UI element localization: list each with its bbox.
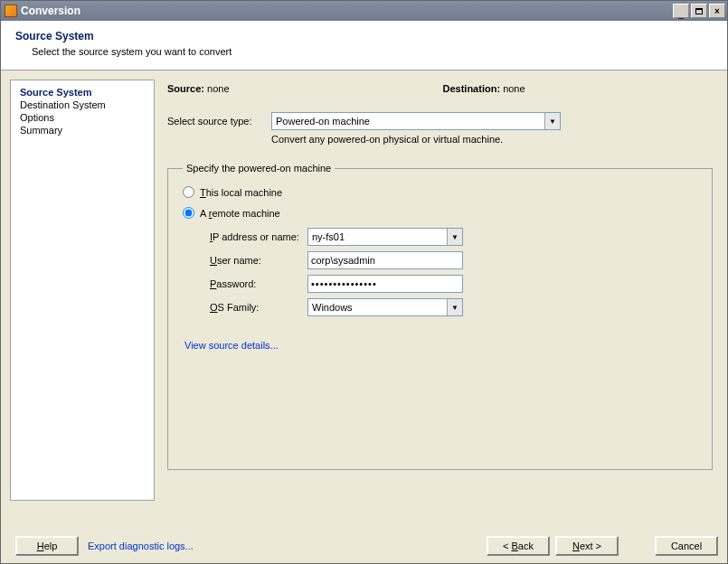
radio-local[interactable] — [183, 186, 194, 198]
page-subtitle: Select the source system you want to con… — [32, 46, 713, 57]
specify-machine-group: Specify the powered-on machine This loca… — [167, 163, 713, 470]
next-button[interactable]: Next > — [555, 536, 619, 556]
ip-input[interactable]: ny-fs01 ▼ — [307, 228, 463, 246]
username-input[interactable] — [307, 251, 463, 269]
password-input[interactable] — [307, 275, 463, 293]
radio-local-label: This local machine — [200, 187, 282, 198]
source-type-hint: Convert any powered-on physical or virtu… — [271, 134, 718, 145]
os-family-value: Windows — [308, 302, 447, 313]
close-icon: × — [714, 6, 720, 16]
radio-local-row[interactable]: This local machine — [183, 186, 697, 198]
close-button[interactable]: × — [709, 4, 725, 18]
export-logs-link[interactable]: Export diagnostic logs... — [88, 540, 194, 551]
source-type-dropdown[interactable]: Powered-on machine ▼ — [271, 112, 561, 130]
sidebar-item-summary[interactable]: Summary — [20, 124, 145, 136]
window-title: Conversion — [21, 5, 671, 17]
back-button[interactable]: < Back — [487, 536, 550, 556]
chevron-down-icon: ▼ — [447, 229, 462, 245]
radio-remote-label: A remote machine — [200, 208, 280, 219]
select-source-row: Select source type: Powered-on machine ▼ — [167, 112, 718, 130]
view-source-details-link[interactable]: View source details... — [184, 340, 279, 351]
page-title: Source System — [15, 30, 713, 42]
os-label: OS Family: — [210, 302, 307, 313]
radio-remote-row[interactable]: A remote machine A remote machine — [183, 207, 697, 219]
ip-row: IP address or name: IP address or name: … — [210, 228, 697, 246]
conversion-window: Conversion _ × Source System Select the … — [0, 0, 728, 564]
maximize-button[interactable] — [691, 4, 707, 18]
password-label: Password: — [210, 278, 307, 289]
main-panel: Source: none Destination: none Select so… — [155, 80, 718, 504]
username-row: User name: User name: — [210, 251, 697, 269]
minimize-icon: _ — [678, 9, 684, 19]
destination-value: none — [503, 83, 525, 94]
group-legend: Specify the powered-on machine — [183, 163, 335, 174]
destination-info: Destination: none — [443, 83, 719, 94]
ip-value: ny-fs01 — [308, 231, 447, 242]
source-type-value: Powered-on machine — [272, 116, 544, 127]
wizard-header: Source System Select the source system y… — [1, 21, 727, 70]
app-icon — [5, 5, 17, 17]
radio-remote[interactable] — [183, 207, 194, 219]
source-destination-row: Source: none Destination: none — [167, 83, 718, 94]
source-value: none — [207, 83, 229, 94]
minimize-button[interactable]: _ — [673, 4, 689, 18]
destination-label: Destination: — [443, 83, 501, 94]
chevron-down-icon: ▼ — [447, 299, 462, 315]
maximize-icon — [695, 8, 703, 14]
help-button[interactable]: Help — [15, 536, 79, 556]
sidebar-item-source-system[interactable]: Source System — [20, 86, 145, 99]
wizard-body: Source System Destination System Options… — [1, 70, 727, 504]
wizard-footer: Help Help Export diagnostic logs... < Ba… — [10, 536, 718, 556]
sidebar-item-destination-system[interactable]: Destination System — [20, 99, 145, 111]
os-family-dropdown[interactable]: Windows ▼ — [307, 298, 463, 316]
title-bar: Conversion _ × — [1, 1, 727, 21]
password-row: Password: Password: — [210, 275, 697, 293]
sidebar-item-options[interactable]: Options — [20, 111, 145, 124]
source-label: Source: — [167, 83, 204, 94]
source-info: Source: none — [167, 83, 443, 94]
cancel-button[interactable]: Cancel — [655, 536, 718, 556]
chevron-down-icon: ▼ — [544, 113, 560, 129]
wizard-sidebar: Source System Destination System Options… — [10, 80, 155, 501]
os-row: OS Family: OS Family: Windows ▼ — [210, 298, 697, 316]
select-source-label: Select source type: — [167, 116, 271, 127]
username-label: User name: — [210, 255, 307, 266]
ip-label: IP address or name: — [210, 231, 307, 242]
window-buttons: _ × — [671, 1, 727, 21]
